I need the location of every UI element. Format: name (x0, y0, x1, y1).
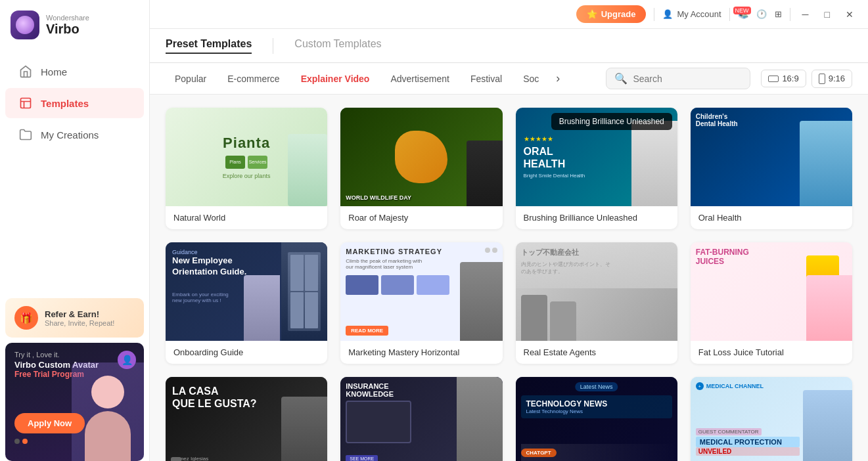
apply-button[interactable]: Apply Now (14, 413, 85, 433)
promo-refer[interactable]: 🎁 Refer & Earn! Share, Invite, Repeat! (5, 298, 144, 338)
upgrade-star: ⭐ (587, 9, 597, 19)
aspect-16-9-label: 16:9 (782, 74, 798, 83)
marketing-title-text: MARKETING STRATEGY (346, 248, 442, 255)
template-card-marketing[interactable]: MARKETING STRATEGY Climb the peak of mar… (340, 242, 502, 364)
sidebar-item-home[interactable]: Home (5, 56, 144, 87)
fat-person (806, 275, 852, 341)
re-title: LA CASAQUE LE GUSTA? (172, 385, 257, 410)
promo-avatar[interactable]: Try it , Love it. Virbo Custom Avatar Fr… (5, 343, 144, 461)
template-card-tech[interactable]: Latest News TECHNOLOGY NEWS Latest Techn… (516, 377, 677, 461)
oral-persons (800, 121, 852, 206)
template-thumb-brushing: ★★★★★ ORALHEALTH Bright Smile Dental Hea… (516, 108, 677, 206)
template-grid-container: Pianta Plans Services Explore our plants… (150, 95, 868, 461)
template-thumb-fatjuice: FAT-BURNINGJUICES (691, 242, 852, 341)
template-card-onboarding[interactable]: Guidance New EmployeeOrientation Guide. … (166, 242, 327, 364)
template-card-realestate-agents[interactable]: トップ不動産会社 内見のヒントや選び方のポイント、そのあを学びます。 Real … (516, 242, 677, 364)
upgrade-button[interactable]: ⭐ Upgrade (576, 5, 647, 23)
close-button[interactable]: ✕ (842, 8, 857, 21)
aspect-16-9-button[interactable]: 16:9 (761, 70, 806, 87)
search-icon: 🔍 (614, 72, 628, 85)
cat-advertisement[interactable]: Advertisement (381, 70, 458, 88)
re-person (281, 397, 327, 461)
cat-festival[interactable]: Festival (461, 70, 511, 88)
re-logo-box (171, 457, 181, 461)
marketing-grid (346, 275, 449, 295)
onboard-subtitle: Embark on your exciting new journey with… (172, 292, 238, 303)
search-box: 🔍 (606, 68, 750, 89)
sidebar-item-templates[interactable]: Templates (5, 88, 144, 118)
ins-see-more: SEE MORE (346, 455, 378, 461)
cat-explainer[interactable]: Explainer Video (292, 70, 379, 88)
thumb-content-natural: Pianta Plans Services Explore our plants (223, 135, 271, 179)
cat-soc[interactable]: Soc (514, 70, 548, 88)
template-label-fatjuice: Fat Loss Juice Tutorial (691, 341, 852, 364)
onboard-building (281, 242, 327, 341)
template-card-roar-majesty[interactable]: Exploring the Majestic Tigers WORLD WILD… (340, 108, 502, 229)
med-titles: GUEST COMMENTATOR MEDICAL PROTECTION UNV… (696, 424, 800, 456)
template-label-roar: Roar of Majesty (340, 206, 502, 229)
template-thumb-natural: Pianta Plans Services Explore our plants (166, 108, 327, 206)
tab-preset[interactable]: Preset Templates (166, 38, 252, 54)
divider-3 (790, 8, 790, 21)
tech-latest: Latest News (575, 382, 618, 391)
cat-popular[interactable]: Popular (166, 70, 216, 88)
tech-bottom (521, 444, 677, 461)
category-more-button[interactable]: › (551, 68, 565, 89)
folder-icon (18, 127, 33, 142)
divider-1 (654, 8, 654, 21)
template-card-brushing[interactable]: ★★★★★ ORALHEALTH Bright Smile Dental Hea… (516, 108, 677, 229)
cat-ecommerce[interactable]: E-commerce (218, 70, 288, 88)
logo-area: Wondershare Virbo (0, 0, 149, 50)
refer-subtitle: Share, Invite, Repeat! (45, 319, 114, 327)
minimize-button[interactable]: ─ (798, 8, 813, 21)
template-label-brushing: Brushing Brilliance Unleashed (516, 206, 677, 229)
template-grid: Pianta Plans Services Explore our plants… (166, 108, 852, 461)
dot-2 (22, 439, 28, 444)
fat-title: FAT-BURNINGJUICES (696, 248, 749, 266)
template-card-medical[interactable]: + MEDICAL CHANNEL GUEST COMMENTATOR MEDI… (691, 377, 852, 461)
tiger-shape (395, 131, 447, 183)
promo-area: 🎁 Refer & Earn! Share, Invite, Repeat! T… (0, 298, 149, 461)
template-thumb-realestate: LA CASAQUE LE GUSTA? Gómez Iglesias+34-8… (166, 377, 327, 461)
tech-title-box: TECHNOLOGY NEWS Latest Technology News (521, 395, 672, 418)
re-contact: Gómez Iglesias+34-888888888 | https://ww… (172, 456, 265, 461)
grid-button[interactable]: ⊞ (775, 9, 782, 19)
search-input[interactable] (633, 74, 738, 84)
template-card-fatjuice[interactable]: FAT-BURNINGJUICES Fat Loss Juice Tutoria… (691, 242, 852, 364)
aspect-buttons: 16:9 9:16 (761, 70, 852, 88)
ins-laptop (346, 401, 411, 443)
aspect-16-9-icon (768, 76, 779, 82)
oral-text: Children'sDental Health (696, 113, 738, 127)
brushing-tooltip: Brushing Brilliance Unleashed (551, 113, 672, 130)
my-account-button[interactable]: 👤 My Account (662, 9, 721, 19)
marketing-subtitle: Climb the peak of marketing with our mag… (346, 258, 424, 270)
template-card-realestate[interactable]: LA CASAQUE LE GUSTA? Gómez Iglesias+34-8… (166, 377, 327, 461)
account-icon: 👤 (662, 9, 673, 19)
template-card-natural-world[interactable]: Pianta Plans Services Explore our plants… (166, 108, 327, 229)
tab-custom[interactable]: Custom Templates (294, 38, 381, 54)
upgrade-label: Upgrade (601, 9, 636, 19)
category-bar: Popular E-commerce Explainer Video Adver… (150, 63, 868, 95)
template-card-insurance[interactable]: INSURANCEKNOWLEDGE SEE MORE Explanation … (340, 377, 502, 461)
title-bar: ⭐ Upgrade 👤 My Account 📚 NEW 🕐 ⊞ ─ □ ✕ (150, 0, 868, 29)
sidebar: Wondershare Virbo Home Templates My Crea… (0, 0, 150, 461)
history-button[interactable]: 🕐 (756, 9, 767, 19)
aspect-9-16-button[interactable]: 9:16 (811, 70, 852, 88)
aspect-9-16-icon (819, 74, 825, 84)
refer-text: Refer & Earn! Share, Invite, Repeat! (45, 309, 114, 327)
roar-bottom-text: WORLD WILDLIFE DAY (346, 194, 411, 201)
maximize-button[interactable]: □ (821, 8, 834, 21)
template-label-onboarding: Onboarding Guide (166, 341, 327, 364)
template-label-realestate-agents: Real Estate Agents (516, 341, 677, 364)
ins-person (457, 377, 503, 461)
template-thumb-insurance: INSURANCEKNOWLEDGE SEE MORE (340, 377, 502, 461)
template-label-oral: Oral Health (691, 206, 852, 229)
template-icon (18, 96, 33, 110)
svg-rect-0 (21, 99, 31, 108)
account-label: My Account (677, 9, 721, 19)
refer-title: Refer & Earn! (45, 309, 114, 319)
help-icon-container: 📚 NEW (738, 9, 748, 19)
sidebar-item-my-creations[interactable]: My Creations (5, 120, 144, 150)
ins-title: INSURANCEKNOWLEDGE (346, 382, 394, 398)
template-card-oral-health[interactable]: Children'sDental Health Oral Health (691, 108, 852, 229)
